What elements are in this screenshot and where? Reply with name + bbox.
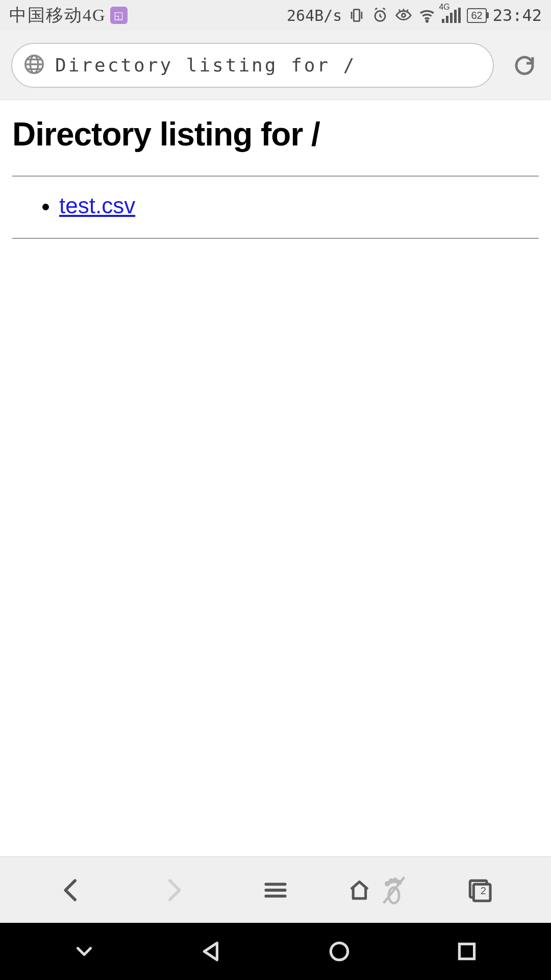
footprint-icon <box>377 872 408 908</box>
home-button[interactable] <box>347 872 408 908</box>
clock: 23:42 <box>493 6 542 25</box>
svg-rect-0 <box>354 10 360 21</box>
svg-point-2 <box>402 13 406 17</box>
svg-point-3 <box>427 20 428 22</box>
svg-point-11 <box>390 879 393 883</box>
svg-marker-17 <box>204 943 217 960</box>
file-list: test.csv <box>12 193 539 218</box>
back-button[interactable] <box>41 876 102 904</box>
forward-button[interactable] <box>143 876 204 904</box>
browser-toolbar: 2 <box>0 856 551 923</box>
list-item: test.csv <box>59 193 539 218</box>
svg-rect-19 <box>459 944 474 959</box>
nav-back-button[interactable] <box>186 939 237 964</box>
network-speed: 264B/s <box>287 7 342 24</box>
system-nav-bar <box>0 923 551 980</box>
ime-switch-button[interactable] <box>59 939 110 964</box>
page-title: Directory listing for / <box>12 115 539 153</box>
page-content: Directory listing for / test.csv <box>0 100 551 856</box>
url-text: Directory listing for / <box>55 55 357 76</box>
status-left: 中国移动4G ◱ <box>9 4 128 27</box>
nav-home-button[interactable] <box>314 939 365 964</box>
divider <box>12 238 539 239</box>
nav-recent-button[interactable] <box>441 939 492 964</box>
wifi-icon <box>418 7 436 24</box>
browser-address-bar: Directory listing for / <box>0 31 551 100</box>
svg-point-10 <box>386 882 389 885</box>
vibrate-icon <box>348 7 365 24</box>
tabs-button[interactable]: 2 <box>449 876 510 904</box>
tab-count: 2 <box>481 885 486 896</box>
status-bar: 中国移动4G ◱ 264B/s <box>0 0 551 31</box>
carrier-label: 中国移动4G <box>9 4 106 27</box>
svg-point-12 <box>393 878 396 881</box>
file-link[interactable]: test.csv <box>59 193 135 218</box>
menu-button[interactable] <box>245 876 306 904</box>
cellular-signal-icon: 4G <box>442 8 461 23</box>
globe-icon <box>22 53 46 78</box>
svg-point-18 <box>331 943 347 960</box>
url-input[interactable]: Directory listing for / <box>11 43 494 88</box>
notification-app-icon: ◱ <box>110 7 128 24</box>
refresh-button[interactable] <box>509 53 540 78</box>
divider <box>12 176 539 177</box>
eye-icon <box>395 7 412 24</box>
alarm-icon <box>371 7 389 24</box>
status-right: 264B/s <box>287 6 542 25</box>
battery-indicator: 62 <box>467 8 486 23</box>
